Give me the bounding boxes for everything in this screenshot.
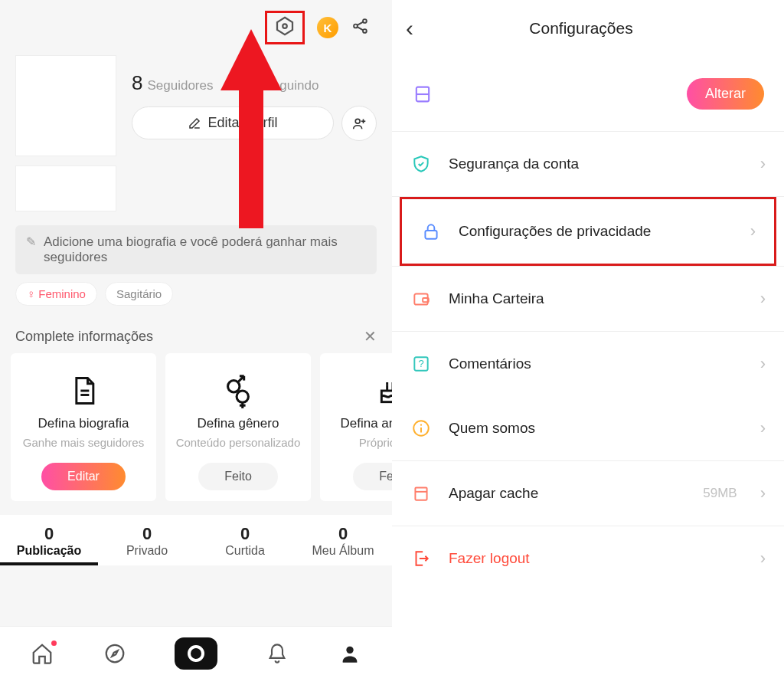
complete-info-cards: Defina biografia Ganhe mais seguidores E… <box>0 352 392 503</box>
item-clear-cache[interactable]: Apagar cache 59MB › <box>392 461 784 526</box>
chevron-right-icon: › <box>760 418 766 438</box>
coin-letter: K <box>324 21 332 34</box>
chevron-right-icon: › <box>760 354 766 374</box>
following-count: 10 <box>239 71 261 94</box>
settings-list: Segurança da conta › Configurações de pr… <box>392 132 784 591</box>
stat-following[interactable]: 10seguindo <box>239 71 318 95</box>
nav-profile-icon[interactable] <box>337 640 363 667</box>
tag-gender[interactable]: ♀Feminino <box>15 282 97 306</box>
alterar-button[interactable]: Alterar <box>687 78 764 110</box>
card-cta-editar[interactable]: Editar <box>41 463 126 490</box>
bottom-nav <box>0 626 392 688</box>
complete-info-header: Complete informações ✕ <box>0 316 392 352</box>
followers-label: Seguidores <box>147 78 213 93</box>
card-sub: Próprio signo <box>359 436 392 450</box>
cache-size: 59MB <box>703 486 737 501</box>
nav-explore-icon[interactable] <box>102 640 128 667</box>
svg-point-23 <box>106 645 124 663</box>
svg-point-7 <box>355 119 360 123</box>
tag-sign[interactable]: Sagitário <box>105 282 173 306</box>
item-wallet[interactable]: Minha Carteira › <box>392 267 784 331</box>
item-label: Segurança da conta <box>449 156 743 172</box>
item-account-security[interactable]: Segurança da conta › <box>392 132 784 196</box>
edit-profile-label: Editar perfil <box>207 115 277 131</box>
chevron-right-icon: › <box>760 154 766 174</box>
svg-rect-30 <box>414 294 427 305</box>
theme-row: Alterar <box>392 57 784 131</box>
svg-text:?: ? <box>418 358 423 369</box>
item-label: Configurações de privacidade <box>459 223 733 240</box>
chevron-right-icon: › <box>760 483 766 503</box>
settings-screen: ‹ Configurações Alterar Segurança da con… <box>392 0 784 688</box>
bio-hint[interactable]: ✎ Adicione uma biografia e você poderá g… <box>15 225 377 274</box>
logout-icon <box>410 548 432 569</box>
card-cta-feito[interactable]: Feito <box>353 463 392 490</box>
tab-meu-album[interactable]: 0Meu Álbum <box>294 515 392 565</box>
card-sub: Conteúdo personalizado <box>176 436 301 450</box>
svg-point-2 <box>354 25 358 28</box>
content-tabs: 0Publicação 0Privado 0Curtida 0Meu Álbum <box>0 515 392 565</box>
item-comments[interactable]: ? Comentários › <box>392 332 784 396</box>
card-title: Defina biografia <box>38 416 129 431</box>
profile-tags: ♀Feminino Sagitário <box>0 282 392 316</box>
document-icon <box>67 370 100 411</box>
card-gender: Defina gênero Conteúdo personalizado Fei… <box>165 353 311 501</box>
tab-curtida[interactable]: 0Curtida <box>196 515 294 565</box>
svg-point-3 <box>363 19 367 23</box>
gender-icon <box>220 370 256 411</box>
trash-icon <box>410 483 432 504</box>
stat-followers[interactable]: 8Seguidores <box>132 71 213 95</box>
item-privacy-settings[interactable]: Configurações de privacidade › <box>402 199 774 264</box>
profile-screen: K 8Seguidores 10seguindo Editar perfil <box>0 0 392 688</box>
share-icon[interactable] <box>351 16 371 39</box>
nav-notifications-icon[interactable] <box>264 640 290 667</box>
close-icon[interactable]: ✕ <box>364 327 377 346</box>
item-logout[interactable]: Fazer logout › <box>392 526 784 591</box>
tab-publicacao[interactable]: 0Publicação <box>0 515 98 565</box>
card-cta-feito[interactable]: Feito <box>198 463 278 490</box>
info-icon <box>410 418 432 439</box>
nav-camera-button[interactable] <box>175 637 217 670</box>
followers-count: 8 <box>132 71 142 94</box>
lock-icon <box>420 221 442 242</box>
tab-privado[interactable]: 0Privado <box>98 515 196 565</box>
back-icon[interactable]: ‹ <box>406 15 413 41</box>
settings-header: ‹ Configurações <box>392 0 784 57</box>
pencil-icon: ✎ <box>26 234 36 249</box>
coin-icon[interactable]: K <box>317 17 338 38</box>
female-icon: ♀ <box>27 287 35 300</box>
svg-rect-29 <box>425 231 436 239</box>
cake-icon <box>376 370 392 411</box>
svg-point-36 <box>420 424 422 426</box>
username-block <box>15 165 116 211</box>
settings-title: Configurações <box>413 19 749 38</box>
top-icons: K <box>0 0 392 51</box>
theme-icon <box>412 84 433 105</box>
item-label: Minha Carteira <box>449 290 743 307</box>
tag-sign-label: Sagitário <box>116 287 162 300</box>
item-label: Apagar cache <box>449 485 686 502</box>
svg-line-6 <box>358 27 364 30</box>
svg-point-1 <box>283 24 287 28</box>
chevron-right-icon: › <box>750 221 756 241</box>
shield-icon <box>410 153 432 175</box>
edit-profile-button[interactable]: Editar perfil <box>132 106 334 139</box>
card-title: Defina gênero <box>198 416 279 431</box>
item-about[interactable]: Quem somos › <box>392 396 784 460</box>
svg-rect-37 <box>415 487 426 500</box>
nav-home-icon[interactable] <box>29 640 55 667</box>
tag-gender-label: Feminino <box>38 287 86 300</box>
add-friend-button[interactable] <box>341 106 377 141</box>
item-label: Quem somos <box>449 420 743 437</box>
item-label: Comentários <box>449 355 743 372</box>
question-icon: ? <box>410 353 432 375</box>
settings-icon[interactable] <box>273 15 296 41</box>
svg-point-16 <box>237 391 248 402</box>
svg-line-5 <box>358 22 364 25</box>
svg-marker-0 <box>277 18 292 35</box>
profile-row: 8Seguidores 10seguindo Editar perfil <box>0 51 392 161</box>
avatar[interactable] <box>15 55 116 156</box>
card-bio: Defina biografia Ganhe mais seguidores E… <box>11 353 156 501</box>
svg-marker-24 <box>112 650 118 657</box>
svg-point-4 <box>363 29 367 33</box>
